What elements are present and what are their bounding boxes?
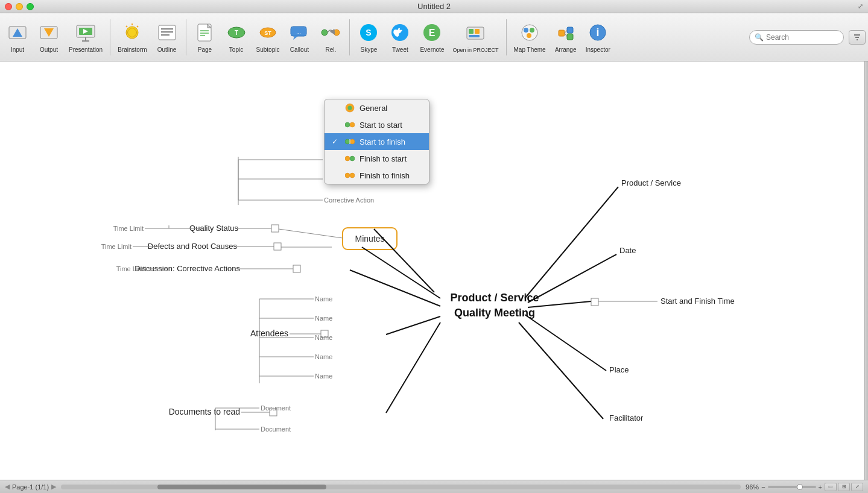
toolbar-topic-button[interactable]: T Topic — [221, 16, 252, 59]
sts-icon — [345, 120, 355, 130]
page-icon — [194, 21, 217, 44]
svg-rect-44 — [567, 27, 573, 33]
minimize-button[interactable] — [16, 3, 23, 10]
svg-line-47 — [565, 33, 567, 37]
expand-defects — [274, 243, 281, 250]
toolbar-subtopic-button[interactable]: ST Subtopic — [253, 16, 284, 59]
multi-view-button[interactable]: ⊞ — [838, 483, 850, 491]
traffic-lights — [5, 3, 34, 10]
zoom-out-button[interactable]: − — [761, 483, 765, 491]
toolbar-input-button[interactable]: Input — [2, 16, 33, 59]
tweet-label: Tweet — [392, 46, 408, 53]
node-product-service: Product / Service — [621, 178, 681, 187]
filter-button[interactable] — [849, 30, 866, 45]
callout-label: Callout — [290, 46, 309, 53]
svg-rect-36 — [469, 29, 474, 34]
window-resize-button[interactable]: ⤢ — [858, 2, 863, 10]
menu-fts-label: Finish to start — [360, 154, 407, 163]
branch-discussion — [350, 270, 440, 306]
resize-handle[interactable] — [864, 61, 868, 480]
menu-item-start-to-finish[interactable]: ✓ Start to finish — [325, 133, 429, 150]
window-title: Untitled 2 — [417, 2, 451, 11]
toolbar-skype-button[interactable]: S Skype — [353, 16, 384, 59]
menu-item-finish-to-finish[interactable]: Finish to finish — [325, 167, 429, 184]
next-page-button[interactable]: ▶ — [51, 483, 56, 491]
canvas[interactable]: Product / Service Quality Meeting Minute… — [0, 61, 868, 480]
thin-quality — [279, 229, 343, 238]
page-label: Page — [198, 46, 212, 53]
branch-facilitator — [519, 322, 603, 419]
node-place: Place — [609, 365, 629, 374]
close-button[interactable] — [5, 3, 12, 10]
evernote-label: Evernote — [420, 46, 444, 53]
toolbar-outline-button[interactable]: Outline — [152, 16, 182, 59]
menu-item-general[interactable]: General — [325, 99, 429, 116]
toolbar-maptheme-button[interactable]: Map Theme — [510, 16, 550, 59]
toolbar-evernote-button[interactable]: E Evernote — [416, 16, 448, 59]
toolbar-brainstorm-button[interactable]: Brainstorm — [114, 16, 150, 59]
arrange-icon — [554, 21, 577, 44]
svg-point-71 — [350, 156, 355, 161]
mindmap: Product / Service Quality Meeting Minute… — [0, 61, 868, 480]
toolbar-separator-3 — [349, 19, 350, 55]
svg-point-29 — [334, 30, 340, 36]
menu-ftf-label: Finish to finish — [360, 171, 410, 180]
evernote-icon: E — [420, 21, 443, 44]
toolbar-inspector-button[interactable]: i Inspector — [582, 16, 614, 59]
zoom-thumb[interactable] — [797, 484, 803, 490]
center-node-line2: Quality Meeting — [454, 307, 535, 319]
fit-view-button[interactable]: ⤢ — [851, 483, 863, 491]
menu-item-finish-to-start[interactable]: Finish to start — [325, 150, 429, 167]
doc-1: Document — [261, 404, 291, 412]
scrollbar-thumb[interactable] — [157, 485, 326, 489]
subtopic-label: Subtopic — [256, 46, 280, 53]
timelimit-1: Time Limit — [113, 225, 144, 232]
svg-point-64 — [348, 106, 352, 110]
branch-attendees — [386, 316, 440, 334]
toolbar-page-button[interactable]: Page — [190, 16, 220, 59]
menu-item-start-to-start[interactable]: Start to start — [325, 116, 429, 133]
skype-icon: S — [357, 21, 380, 44]
zoom-slider[interactable] — [768, 486, 816, 488]
toolbar-openproject-button[interactable]: Open in PROJECT — [449, 16, 502, 59]
subtopic-icon: ST — [256, 21, 279, 44]
name-2: Name — [315, 315, 332, 322]
check-stf: ✓ — [332, 137, 340, 146]
toolbar-relationship-button[interactable]: Rel. — [315, 16, 346, 59]
page-nav: ◀ Page-1 (1/1) ▶ — [5, 483, 56, 491]
toolbar-output-button[interactable]: Output — [34, 16, 64, 59]
outline-label: Outline — [157, 46, 177, 53]
expand-discussion — [293, 265, 300, 272]
output-icon — [37, 21, 60, 44]
search-input[interactable] — [766, 33, 838, 42]
tweet-icon — [388, 21, 411, 44]
toolbar-arrange-button[interactable]: Arrange — [551, 16, 581, 59]
toolbar-callout-button[interactable]: ... Callout — [284, 16, 314, 59]
name-4: Name — [315, 353, 332, 360]
prev-page-button[interactable]: ◀ — [5, 483, 10, 491]
maptheme-label: Map Theme — [514, 46, 546, 53]
menu-sts-label: Start to start — [360, 121, 402, 130]
corrective-3: Corrective Action — [324, 196, 374, 204]
svg-rect-45 — [567, 34, 573, 40]
name-5: Name — [315, 372, 332, 380]
expand-quality — [271, 225, 279, 232]
toolbar-tweet-button[interactable]: Tweet — [385, 16, 415, 59]
dropdown-menu: General Start to start ✓ Start to — [324, 99, 429, 184]
search-icon: 🔍 — [755, 33, 764, 42]
toolbar: Input Output Presentation — [0, 13, 868, 61]
page-label: Page-1 (1/1) — [12, 483, 49, 491]
timelimit-2: Time Limit — [101, 243, 131, 250]
maximize-button[interactable] — [27, 3, 34, 10]
presentation-icon — [74, 21, 97, 44]
search-box: 🔍 — [749, 30, 844, 45]
node-facilitator: Facilitator — [609, 413, 644, 422]
svg-point-70 — [345, 156, 350, 161]
toolbar-presentation-button[interactable]: Presentation — [65, 16, 106, 59]
scrollbar-area[interactable] — [61, 485, 741, 489]
zoom-in-button[interactable]: + — [819, 483, 822, 491]
presentation-label: Presentation — [69, 46, 103, 53]
input-icon — [6, 21, 29, 44]
scrollbar-track — [61, 485, 741, 489]
single-view-button[interactable]: ▭ — [825, 483, 837, 491]
